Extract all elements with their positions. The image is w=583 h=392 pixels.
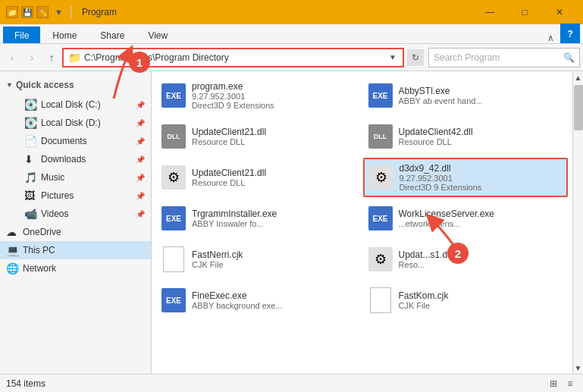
file-name: WorkLicenseServer.exe bbox=[399, 209, 563, 219]
file-item[interactable]: EXE WorkLicenseServer.exe ...etwork lice… bbox=[363, 199, 569, 238]
tab-view[interactable]: View bbox=[136, 27, 179, 43]
file-item[interactable]: EXE AbbySTl.exe ABBY ab event hand... bbox=[363, 76, 569, 115]
file-name: program.exe bbox=[192, 81, 356, 92]
sidebar: ▼ Quick access 💽 Local Disk (C:) 📌 💽 Loc… bbox=[0, 71, 152, 374]
file-item[interactable]: DLL UpdateClient42.dll Resource DLL bbox=[363, 117, 569, 156]
disk-d-icon: 💽 bbox=[24, 117, 38, 129]
scroll-down-button[interactable]: ▼ bbox=[573, 362, 583, 374]
address-dropdown-arrow[interactable]: ▼ bbox=[387, 53, 398, 61]
window-title: Program bbox=[79, 7, 468, 17]
refresh-button[interactable]: ↻ bbox=[407, 49, 424, 66]
title-bar: 📁 💾 ✏️ ▼ Program — □ ✕ bbox=[0, 0, 583, 24]
videos-label: Videos bbox=[41, 209, 68, 219]
file-info: d3dx9_42.dll 9.27.952.3001 Direct3D 9 Ex… bbox=[400, 163, 563, 192]
file-info: UpdateClient21.dll Resource DLL bbox=[192, 127, 356, 146]
folder-icon: 📁 bbox=[6, 6, 18, 18]
file-info: AbbySTl.exe ABBY ab event hand... bbox=[399, 86, 563, 105]
sidebar-item-local-disk-d[interactable]: 💽 Local Disk (D:) 📌 bbox=[0, 114, 151, 132]
file-detail1: CJK File bbox=[192, 260, 356, 269]
file-info: FastNerri.cjk CJK File bbox=[192, 249, 356, 269]
file-info: program.exe 9.27.952.3001 Direct3D 9 Ext… bbox=[192, 81, 356, 110]
disk-c-icon: 💽 bbox=[24, 99, 38, 111]
exe-icon: EXE bbox=[161, 288, 186, 312]
onedrive-icon: ☁ bbox=[6, 226, 20, 238]
search-icon[interactable]: 🔍 bbox=[563, 52, 575, 63]
address-folder-icon: 📁 bbox=[68, 52, 81, 64]
file-icon bbox=[368, 288, 393, 312]
pin-icon-music: 📌 bbox=[136, 174, 145, 182]
file-name: AbbySTl.exe bbox=[399, 86, 563, 96]
gear-icon: ⚙ bbox=[161, 165, 186, 190]
file-detail1: 9.27.952.3001 bbox=[192, 92, 356, 101]
maximize-button[interactable]: □ bbox=[507, 0, 542, 24]
forward-button[interactable]: › bbox=[23, 49, 41, 67]
title-bar-icons: 📁 💾 ✏️ ▼ bbox=[6, 6, 63, 18]
item-count: 154 items bbox=[6, 378, 45, 389]
sidebar-section-quick-access[interactable]: ▼ Quick access bbox=[0, 74, 151, 96]
sidebar-item-this-pc[interactable]: 💻 This PC bbox=[0, 241, 151, 259]
file-info: FineExec.exe ABBY background exe... bbox=[192, 290, 356, 310]
file-detail1: Resource DLL bbox=[399, 137, 563, 146]
file-item[interactable]: EXE FineExec.exe ABBY background exe... bbox=[156, 281, 362, 320]
videos-icon: 📹 bbox=[24, 208, 38, 220]
minimize-button[interactable]: — bbox=[472, 0, 507, 24]
file-detail1: Reso... bbox=[399, 260, 563, 269]
up-button[interactable]: ↑ bbox=[42, 49, 61, 67]
sidebar-item-network[interactable]: 🌐 Network bbox=[0, 259, 151, 278]
file-item[interactable]: DLL UpdateClient21.dll Resource DLL bbox=[156, 117, 362, 156]
pictures-icon: 🖼 bbox=[24, 190, 38, 202]
pin-icon-downloads: 📌 bbox=[136, 155, 145, 164]
ribbon-tabs: File Home Share View ∧ ? bbox=[0, 24, 583, 44]
file-detail2: Direct3D 9 Extensions bbox=[400, 183, 563, 192]
pictures-label: Pictures bbox=[41, 190, 74, 201]
scroll-up-button[interactable]: ▲ bbox=[573, 71, 583, 83]
pin-icon-d: 📌 bbox=[136, 119, 145, 127]
sidebar-item-local-disk-c[interactable]: 💽 Local Disk (C:) 📌 bbox=[0, 96, 151, 114]
tab-file[interactable]: File bbox=[3, 27, 40, 43]
file-item[interactable]: ⚙ UpdateClient21.dll Resource DLL bbox=[156, 158, 362, 197]
sidebar-item-downloads[interactable]: ⬇ Downloads 📌 bbox=[0, 150, 151, 168]
pin-icon-docs: 📌 bbox=[136, 137, 145, 146]
window-controls: — □ ✕ bbox=[472, 0, 577, 24]
file-name: UpdateClient42.dll bbox=[399, 127, 563, 137]
tab-home[interactable]: Home bbox=[41, 27, 88, 43]
file-item[interactable]: FastNerri.cjk CJK File bbox=[156, 240, 362, 279]
file-item[interactable]: ⚙ d3dx9_42.dll 9.27.952.3001 Direct3D 9 … bbox=[363, 158, 569, 197]
file-detail1: Resource DLL bbox=[192, 178, 356, 187]
view-icons: ⊞ ≡ bbox=[547, 377, 577, 390]
scrollbar-thumb[interactable] bbox=[574, 85, 583, 130]
help-button[interactable]: ? bbox=[560, 24, 580, 43]
scrollbar[interactable]: ▲ ▼ bbox=[572, 71, 583, 374]
quick-access-label: Quick access bbox=[16, 80, 74, 90]
sidebar-item-music[interactable]: 🎵 Music 📌 bbox=[0, 168, 151, 187]
tab-share[interactable]: Share bbox=[89, 27, 136, 43]
pin-icon-videos: 📌 bbox=[136, 210, 145, 218]
save-icon: 💾 bbox=[21, 6, 33, 18]
search-box[interactable]: Search Program 🔍 bbox=[428, 48, 580, 67]
file-item[interactable]: EXE TrgrammInstaller.exe ABBY Inswaler f… bbox=[156, 199, 362, 238]
disk-c-label: Local Disk (C:) bbox=[41, 99, 101, 110]
music-icon: 🎵 bbox=[24, 171, 38, 183]
file-name: UpdateClient21.dll bbox=[192, 127, 356, 137]
chevron-icon: ▼ bbox=[6, 81, 13, 89]
details-view-icon[interactable]: ⊞ bbox=[547, 377, 560, 390]
file-item[interactable]: FastKom.cjk CJK File bbox=[363, 281, 569, 320]
sidebar-item-videos[interactable]: 📹 Videos 📌 bbox=[0, 205, 151, 223]
documents-icon: 📄 bbox=[24, 135, 38, 147]
disk-d-label: Local Disk (D:) bbox=[41, 118, 101, 128]
exe-icon: EXE bbox=[368, 206, 393, 230]
sidebar-item-documents[interactable]: 📄 Documents 📌 bbox=[0, 132, 151, 150]
sidebar-item-onedrive[interactable]: ☁ OneDrive bbox=[0, 223, 151, 241]
ribbon-chevron[interactable]: ∧ bbox=[541, 33, 560, 43]
dll-icon: DLL bbox=[368, 124, 393, 149]
close-button[interactable]: ✕ bbox=[542, 0, 577, 24]
sidebar-item-pictures[interactable]: 🖼 Pictures 📌 bbox=[0, 187, 151, 205]
annotation-2: 2 bbox=[447, 243, 469, 264]
file-item[interactable]: EXE program.exe 9.27.952.3001 Direct3D 9… bbox=[156, 76, 362, 115]
this-pc-icon: 💻 bbox=[6, 244, 20, 256]
back-button[interactable]: ‹ bbox=[3, 49, 21, 67]
list-view-icon[interactable]: ≡ bbox=[563, 377, 577, 390]
file-name: d3dx9_42.dll bbox=[400, 163, 563, 174]
address-box[interactable]: 📁 C:\Program Files\Program Directory ▼ bbox=[62, 48, 404, 67]
file-detail1: ABBY background exe... bbox=[192, 301, 356, 310]
